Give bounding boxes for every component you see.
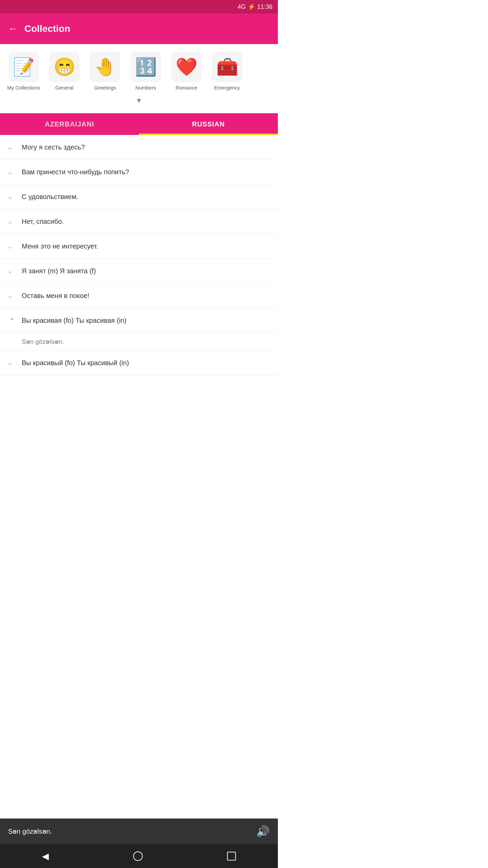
battery-indicator: ⚡ <box>248 3 255 11</box>
back-button[interactable]: ← <box>8 23 18 34</box>
category-icon-greetings: 🤚 <box>90 52 120 82</box>
page-title: Collection <box>24 23 70 34</box>
phrase-chevron-5: ⌄ <box>7 242 15 251</box>
phrase-chevron-7: ⌄ <box>7 291 15 300</box>
phrase-chevron-4: ⌄ <box>7 217 15 226</box>
phrase-text-2: Вам принести что-нибудь попить? <box>22 167 129 177</box>
status-bar: 4G ⚡ 11:36 <box>0 0 278 14</box>
category-icon-numbers: 🔢 <box>130 52 161 82</box>
phrase-text-5: Меня это не интересует. <box>22 241 98 251</box>
category-row: 📝 My Collections 😁 General 🤚 Greetings 🔢… <box>3 50 274 93</box>
tab-azerbaijani[interactable]: AZERBAIJANI <box>0 113 139 135</box>
category-label-greetings: Greetings <box>94 85 116 91</box>
phrase-item[interactable]: ⌄Вам принести что-нибудь попить? <box>0 160 278 184</box>
phrase-list: ⌄Могу я сесть здесь?⌄Вам принести что-ни… <box>0 135 278 375</box>
phrase-chevron-2: ⌄ <box>7 167 15 176</box>
category-label-general: General <box>55 85 73 91</box>
sub-phrase-text-8: Sən gözəlsən. <box>22 338 64 345</box>
tab-russian[interactable]: RUSSIAN <box>139 113 278 135</box>
category-icon-my-collections: 📝 <box>8 52 39 82</box>
phrase-chevron-3: ⌄ <box>7 192 15 201</box>
phrase-chevron-6: ⌄ <box>7 267 15 275</box>
phrase-text-3: С удовольствием. <box>22 192 78 201</box>
phrase-chevron-1: ⌄ <box>7 143 15 152</box>
phrase-item[interactable]: ⌄Меня это не интересует. <box>0 234 278 259</box>
phrase-item[interactable]: ⌄Я занят (m) Я занята (f) <box>0 259 278 283</box>
phrase-chevron-9: ⌄ <box>7 358 15 367</box>
status-icons: 4G ⚡ 11:36 <box>238 3 272 11</box>
phrase-text-4: Нет, спасибо. <box>22 217 64 226</box>
category-item-general[interactable]: 😁 General <box>44 50 85 93</box>
phrase-item[interactable]: ⌄С удовольствием. <box>0 184 278 209</box>
expand-arrow-icon[interactable]: ▾ <box>137 96 141 105</box>
expand-row[interactable]: ▾ <box>3 93 274 110</box>
phrase-text-8: Вы красивая (fo) Ты красивая (in) <box>22 316 126 325</box>
signal-indicator: 4G <box>238 3 246 11</box>
category-item-emergency[interactable]: 🧰 Emergency <box>207 50 247 93</box>
phrase-item[interactable]: ⌄Оставь меня в покое! <box>0 283 278 308</box>
language-tabs: AZERBAIJANIRUSSIAN <box>0 113 278 135</box>
category-label-numbers: Numbers <box>136 85 156 91</box>
sub-phrase-8: Sən gözəlsən. <box>0 333 278 351</box>
phrase-item[interactable]: ⌄Нет, спасибо. <box>0 209 278 234</box>
phrase-text-7: Оставь меня в покое! <box>22 291 89 300</box>
category-label-my-collections: My Collections <box>7 85 40 91</box>
category-icon-romance: ❤️ <box>171 52 202 82</box>
category-section: 📝 My Collections 😁 General 🤚 Greetings 🔢… <box>0 44 278 113</box>
phrase-chevron-8: ⌄ <box>7 316 15 325</box>
category-label-romance: Romance <box>176 85 197 91</box>
phrase-item[interactable]: ⌄Вы красивый (fo) Ты красивый (in) <box>0 351 278 375</box>
phrase-text-1: Могу я сесть здесь? <box>22 142 85 152</box>
category-icon-general: 😁 <box>49 52 80 82</box>
category-item-greetings[interactable]: 🤚 Greetings <box>85 50 125 93</box>
category-item-my-collections[interactable]: 📝 My Collections <box>3 50 44 93</box>
phrase-item[interactable]: ⌄Могу я сесть здесь? <box>0 135 278 160</box>
category-label-emergency: Emergency <box>214 85 240 91</box>
app-header: ← Collection <box>0 14 278 44</box>
phrase-item[interactable]: ⌄Вы красивая (fo) Ты красивая (in) <box>0 308 278 333</box>
phrase-text-9: Вы красивый (fo) Ты красивый (in) <box>22 358 129 368</box>
time-display: 11:36 <box>257 3 272 11</box>
category-icon-emergency: 🧰 <box>212 52 242 82</box>
category-item-numbers[interactable]: 🔢 Numbers <box>125 50 166 93</box>
phrase-text-6: Я занят (m) Я занята (f) <box>22 266 96 276</box>
category-item-romance[interactable]: ❤️ Romance <box>166 50 207 93</box>
